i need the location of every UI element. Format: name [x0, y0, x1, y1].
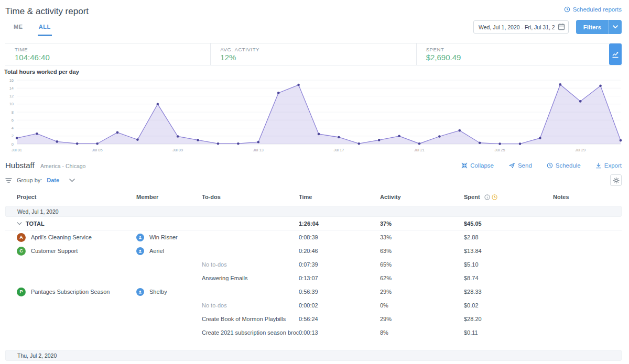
- scheduled-reports-link[interactable]: Scheduled reports: [564, 6, 622, 13]
- col-activity: Activity: [380, 194, 464, 200]
- col-member: Member: [136, 194, 202, 200]
- date-group-header: Wed, Jul 1, 2020: [5, 206, 622, 217]
- summary-bar: TIME 104:46:40 AVG. ACTIVITY 12% SPENT $…: [5, 43, 622, 65]
- project-row[interactable]: PPantages Subscription SeasonShelby0:56:…: [5, 285, 622, 299]
- project-avatar: C: [17, 247, 26, 256]
- spent-cell: $2.88: [464, 234, 553, 240]
- total-label: TOTAL: [26, 220, 45, 227]
- todo-row[interactable]: Create 2021 subscription season broc...0…: [5, 326, 622, 339]
- project-row[interactable]: AApril's Cleaning ServiceWin Risner0:08:…: [5, 230, 622, 244]
- summary-label: TIME: [15, 47, 210, 52]
- todo-name: Create Book of Mormon Playbills: [202, 316, 286, 322]
- report-table: Project Member To-dos Time Activity Spen…: [5, 191, 622, 364]
- todo-row[interactable]: No to-dos0:00:020%$0.02: [5, 299, 622, 312]
- todo-cell: Create Book of Mormon Playbills: [202, 316, 299, 322]
- hours-chart-container: 0246810121416Jul 01Jul 05Jul 09Jul 13Jul…: [0, 76, 629, 155]
- tab-all[interactable]: ALL: [38, 20, 52, 36]
- todo-name: No to-dos: [202, 261, 227, 268]
- time-cell: 0:00:13: [299, 329, 380, 336]
- svg-text:Jul 09: Jul 09: [172, 148, 183, 152]
- svg-text:12: 12: [9, 94, 14, 98]
- todo-row[interactable]: Answering Emails0:13:0762%$8.74: [5, 271, 622, 285]
- page-header: Time & activity report Scheduled reports: [0, 0, 629, 17]
- time-cell: 0:20:46: [299, 248, 380, 254]
- project-row[interactable]: CCustomer SupportAeriel0:20:4663%$13.84: [5, 244, 622, 258]
- todo-cell: Answering Emails: [202, 275, 299, 281]
- date-range-picker: [473, 20, 569, 34]
- member-avatar: [136, 234, 144, 241]
- summary-label: SPENT: [426, 47, 622, 52]
- svg-text:2: 2: [12, 134, 14, 138]
- filters-button[interactable]: Filters: [576, 20, 609, 34]
- hours-area-chart: 0246810121416Jul 01Jul 05Jul 09Jul 13Jul…: [3, 76, 625, 155]
- summary-value: 104:46:40: [15, 53, 210, 62]
- group-by-value[interactable]: Date: [47, 177, 59, 183]
- activity-cell: 65%: [380, 261, 464, 268]
- member-name: Shelby: [149, 289, 167, 295]
- controls-row: ME ALL Filters: [0, 17, 629, 36]
- member-name: Win Risner: [149, 234, 178, 240]
- activity-cell: 0%: [380, 302, 464, 308]
- group-gap: [5, 339, 622, 347]
- send-button[interactable]: Send: [508, 162, 532, 169]
- export-button[interactable]: Export: [595, 162, 622, 169]
- spent-cell: $28.20: [464, 316, 553, 322]
- spent-cell: $45.05: [464, 220, 553, 227]
- schedule-label: Schedule: [556, 162, 581, 169]
- table-settings-button[interactable]: [610, 174, 622, 186]
- svg-text:Jul 25: Jul 25: [495, 148, 505, 152]
- total-row: TOTAL2:36:3621%$272.67: [5, 361, 622, 364]
- member-avatar: [136, 247, 144, 255]
- chevron-down-icon[interactable]: [69, 179, 75, 182]
- project-avatar: A: [17, 233, 26, 242]
- calendar-icon[interactable]: [558, 23, 565, 30]
- summary-value: $2,690.49: [426, 53, 622, 62]
- send-label: Send: [518, 162, 532, 169]
- group-by-label: Group by:: [17, 177, 42, 183]
- summary-value: 12%: [220, 53, 416, 62]
- info-icon[interactable]: [484, 194, 490, 200]
- schedule-button[interactable]: Schedule: [547, 162, 581, 169]
- todo-row[interactable]: Create Book of Mormon Playbills0:56:2429…: [5, 312, 622, 326]
- scope-tabs: ME ALL: [5, 20, 52, 36]
- project-name: Customer Support: [31, 248, 78, 254]
- person-icon: [138, 249, 143, 253]
- svg-text:10: 10: [9, 102, 14, 106]
- collapse-button[interactable]: Collapse: [461, 162, 494, 169]
- filter-lines-icon[interactable]: [5, 178, 12, 183]
- tab-me[interactable]: ME: [13, 20, 24, 36]
- todo-cell: No to-dos: [202, 261, 299, 268]
- activity-cell: 29%: [380, 316, 464, 322]
- activity-cell: 33%: [380, 234, 464, 240]
- todo-name: No to-dos: [202, 302, 227, 308]
- todo-row[interactable]: No to-dos0:07:3965%$5.10: [5, 258, 622, 271]
- summary-card-spent: SPENT $2,690.49: [416, 43, 622, 65]
- filters-dropdown-button[interactable]: [609, 20, 622, 34]
- date-range-input[interactable]: [473, 20, 569, 34]
- chevron-down-icon[interactable]: [17, 222, 22, 225]
- member-avatar: [136, 288, 144, 296]
- spent-cell: $5.10: [464, 261, 553, 268]
- billable-clock-icon[interactable]: [492, 194, 497, 200]
- download-icon: [595, 162, 602, 169]
- time-cell: 0:07:39: [299, 261, 380, 268]
- summary-card-avg-activity: AVG. ACTIVITY 12%: [210, 43, 416, 65]
- svg-text:Jul 13: Jul 13: [253, 148, 264, 152]
- send-icon: [508, 162, 515, 169]
- project-cell: PPantages Subscription Season: [17, 288, 136, 296]
- col-time: Time: [299, 194, 380, 200]
- chart-toggle-button[interactable]: [609, 43, 622, 65]
- svg-text:Jul 17: Jul 17: [333, 148, 344, 152]
- todo-cell: No to-dos: [202, 302, 299, 308]
- chart-title: Total hours worked per day: [0, 65, 629, 76]
- total-row: TOTAL1:26:0437%$45.05: [5, 217, 622, 230]
- org-timezone: America - Chicago: [40, 163, 85, 169]
- group-by-row: Group by: Date: [5, 174, 622, 186]
- org-name: Hubstaff: [5, 161, 35, 170]
- collapse-label: Collapse: [470, 162, 494, 169]
- time-cell: 0:08:39: [299, 234, 380, 240]
- scheduled-reports-label: Scheduled reports: [573, 6, 622, 13]
- chevron-down-icon: [613, 25, 618, 29]
- report-table-body: Wed, Jul 1, 2020TOTAL1:26:0437%$45.05AAp…: [5, 206, 622, 364]
- date-group-header: Thu, Jul 2, 2020: [5, 350, 622, 361]
